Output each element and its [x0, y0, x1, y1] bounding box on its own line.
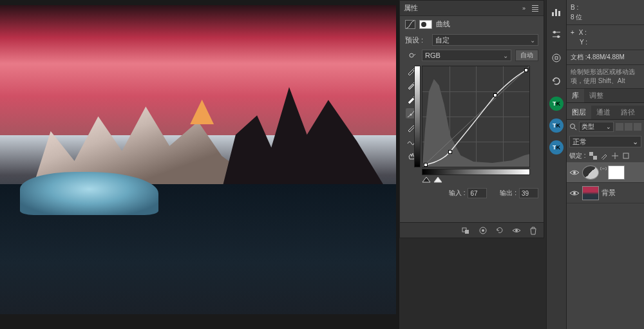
tab-library[interactable]: 库 — [567, 89, 584, 102]
curve-line — [422, 66, 529, 167]
input-field[interactable]: 67 — [468, 188, 487, 198]
svg-point-7 — [515, 229, 518, 232]
svg-rect-9 — [555, 9, 557, 16]
preset-label: 预设 : — [405, 35, 428, 45]
doc-size-row: 文档 :4.88M/4.88M — [567, 50, 644, 65]
filter-select[interactable]: 类型 — [579, 122, 614, 132]
white-clip-icon[interactable] — [433, 176, 442, 183]
doc-size: 4.88M/4.88M — [587, 53, 625, 61]
adjustment-type-row: 曲线 — [400, 16, 544, 32]
adjustments-panel-icon[interactable] — [549, 27, 564, 42]
input-gradient-strip — [422, 169, 530, 175]
properties-panel: 属性 » 曲线 预设 : 自定 RGB 自动 — [399, 0, 544, 238]
library-tabs: 库 调整 — [567, 89, 644, 103]
layer-mask-icon[interactable] — [419, 20, 432, 29]
black-clip-icon[interactable] — [422, 176, 431, 183]
properties-footer — [400, 222, 544, 238]
view-previous-icon[interactable] — [478, 226, 488, 235]
curves-graph[interactable] — [422, 66, 530, 167]
visibility-icon[interactable] — [569, 169, 580, 176]
info-bitdepth: 8 位 — [571, 12, 640, 22]
layer-filter-row: 类型 — [567, 120, 644, 134]
svg-point-22 — [573, 171, 576, 174]
doc-label: 文档 : — [571, 53, 587, 61]
delete-icon[interactable] — [528, 226, 538, 235]
layers-list: 背景 — [567, 162, 644, 203]
dock-toolbar: TK TK TK — [546, 0, 567, 329]
reset-icon[interactable] — [495, 226, 505, 235]
svg-rect-10 — [558, 11, 560, 16]
output-label: 输出 : — [500, 189, 516, 198]
image-thumb-icon — [582, 186, 599, 200]
collapse-button[interactable]: » — [520, 5, 528, 12]
lock-row: 锁定 : — [567, 149, 644, 162]
lock-artboard-icon[interactable] — [622, 152, 630, 160]
layer-name[interactable]: 背景 — [601, 188, 641, 198]
auto-button[interactable]: 自动 — [515, 50, 538, 61]
visibility-icon[interactable] — [569, 189, 580, 197]
right-column: B : 8 位 + X : Y : 文档 :4.88M/4.88M 绘制矩形选区… — [567, 0, 644, 329]
tk-plugin-icon[interactable]: TK — [549, 97, 564, 111]
clip-to-layer-icon[interactable] — [461, 226, 471, 235]
properties-title: 属性 — [404, 3, 520, 13]
lock-pixels-icon[interactable] — [600, 152, 608, 160]
input-label: 输入 : — [449, 189, 466, 198]
tab-channels[interactable]: 通道 — [591, 106, 616, 119]
curves-adjustment-icon[interactable] — [405, 20, 415, 29]
adjustment-name: 曲线 — [436, 19, 450, 29]
properties-header: 属性 » — [400, 1, 544, 16]
tab-adjustments[interactable]: 调整 — [584, 89, 609, 102]
output-field[interactable]: 39 — [519, 188, 538, 198]
filter-adj-icon[interactable] — [625, 123, 632, 131]
coords-block: + X : Y : — [567, 25, 644, 50]
svg-point-15 — [553, 54, 560, 62]
layer-row-curves[interactable] — [567, 162, 644, 183]
input-output-row: 输入 : 67 输出 : 39 — [400, 185, 544, 201]
search-icon[interactable] — [569, 123, 577, 131]
svg-rect-16 — [555, 57, 558, 59]
filter-pixel-icon[interactable] — [616, 123, 623, 131]
tab-layers[interactable]: 图层 — [567, 106, 591, 119]
link-icon[interactable] — [600, 165, 607, 172]
blend-mode-select[interactable]: 正常 — [569, 136, 641, 147]
svg-point-14 — [557, 35, 560, 38]
canvas-area[interactable] — [0, 0, 399, 329]
histogram-panel-icon[interactable] — [549, 4, 564, 19]
tab-paths[interactable]: 路径 — [616, 106, 640, 119]
info-b: B : — [571, 3, 640, 12]
tk-plugin-blue2-icon[interactable]: TK — [549, 140, 564, 155]
target-adjustment-icon[interactable] — [406, 50, 417, 61]
preset-select[interactable]: 自定 — [432, 34, 538, 46]
lock-position-icon[interactable] — [611, 152, 619, 160]
refresh-icon[interactable] — [549, 73, 564, 89]
channel-select[interactable]: RGB — [422, 50, 511, 61]
history-panel-icon[interactable] — [549, 50, 564, 66]
svg-rect-21 — [623, 153, 629, 158]
curves-thumb-icon — [582, 165, 599, 180]
svg-rect-8 — [552, 12, 554, 16]
svg-line-18 — [574, 128, 576, 130]
svg-point-1 — [410, 114, 412, 116]
lock-transparency-icon[interactable] — [589, 152, 597, 160]
svg-rect-20 — [593, 156, 597, 160]
svg-point-6 — [482, 229, 484, 232]
layer-row-background[interactable]: 背景 — [567, 183, 644, 203]
curve-point[interactable] — [448, 150, 452, 154]
info-y: Y : — [580, 39, 587, 46]
svg-point-12 — [553, 31, 556, 33]
svg-point-23 — [573, 192, 576, 194]
info-block: B : 8 位 — [567, 0, 644, 25]
svg-line-2 — [422, 66, 529, 167]
document-image[interactable] — [0, 5, 396, 314]
toggle-visibility-icon[interactable] — [511, 226, 522, 235]
panel-menu-icon[interactable] — [531, 5, 540, 12]
curve-point[interactable] — [424, 163, 428, 167]
curve-point[interactable] — [493, 93, 497, 97]
mask-thumb-icon — [608, 165, 625, 180]
tk-plugin-blue-icon[interactable]: TK — [549, 118, 564, 133]
svg-point-17 — [571, 124, 575, 129]
svg-point-0 — [410, 53, 413, 57]
layers-tabs: 图层 通道 路径 — [567, 106, 644, 120]
curve-point[interactable] — [524, 68, 528, 72]
filter-type-icon[interactable] — [634, 123, 641, 131]
